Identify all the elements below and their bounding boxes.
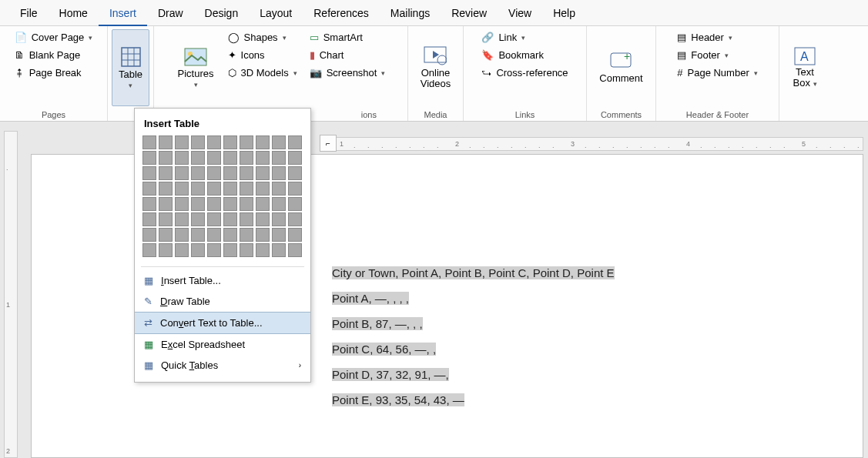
link-button[interactable]: 🔗Link▾ (477, 29, 572, 45)
table-grid-cell[interactable] (207, 197, 221, 211)
table-grid-cell[interactable] (223, 212, 237, 226)
table-grid-cell[interactable] (142, 182, 156, 196)
smartart-button[interactable]: ▭SmartArt (305, 29, 390, 45)
table-grid-cell[interactable] (191, 135, 205, 149)
table-grid-cell[interactable] (159, 228, 173, 242)
table-grid-cell[interactable] (175, 212, 189, 226)
tab-selector[interactable]: ⌐ (320, 135, 337, 152)
table-grid-cell[interactable] (175, 197, 189, 211)
tab-design[interactable]: Design (194, 0, 250, 26)
dd-item-table[interactable]: ▦Insert Table... (135, 270, 310, 291)
table-grid-cell[interactable] (272, 135, 286, 149)
tab-insert[interactable]: Insert (99, 0, 147, 26)
table-grid-cell[interactable] (175, 228, 189, 242)
table-grid-cell[interactable] (159, 243, 173, 257)
table-grid-cell[interactable] (207, 151, 221, 165)
header-button[interactable]: ▤Header▾ (672, 29, 762, 45)
table-grid-cell[interactable] (159, 212, 173, 226)
table-grid-cell[interactable] (240, 197, 253, 211)
table-grid-cell[interactable] (272, 228, 286, 242)
doc-line[interactable]: Point C, 64, 56, —, , (332, 343, 863, 356)
vertical-ruler[interactable]: · 1 2 (4, 131, 18, 458)
3d-models-button[interactable]: ⬡3D Models▾ (223, 65, 302, 81)
table-grid-cell[interactable] (191, 182, 205, 196)
table-grid-cell[interactable] (142, 197, 156, 211)
table-grid-cell[interactable] (207, 212, 221, 226)
table-grid-cell[interactable] (175, 151, 189, 165)
table-grid-cell[interactable] (142, 228, 156, 242)
table-grid-cell[interactable] (256, 228, 270, 242)
textbox-button[interactable]: A TextBox ▾ (786, 29, 823, 106)
table-grid-cell[interactable] (288, 182, 302, 196)
table-grid-cell[interactable] (272, 182, 286, 196)
tab-review[interactable]: Review (441, 0, 498, 26)
table-grid-cell[interactable] (240, 151, 253, 165)
table-grid-cell[interactable] (288, 228, 302, 242)
table-grid-cell[interactable] (240, 135, 253, 149)
dd-item-pencil[interactable]: ✎Draw Table (135, 291, 310, 312)
footer-button[interactable]: ▤Footer▾ (672, 47, 762, 63)
blank-page-button[interactable]: 🗎Blank Page (10, 47, 98, 63)
table-grid-cell[interactable] (223, 197, 237, 211)
table-grid-cell[interactable] (256, 151, 270, 165)
table-button[interactable]: Table ▾ (112, 29, 149, 106)
chart-button[interactable]: ▮Chart (305, 47, 390, 63)
table-grid-cell[interactable] (288, 212, 302, 226)
dd-item-convert[interactable]: ⇄Convert Text to Table... (135, 312, 310, 334)
table-grid-cell[interactable] (175, 135, 189, 149)
table-grid-cell[interactable] (223, 166, 237, 180)
table-grid-cell[interactable] (175, 166, 189, 180)
doc-line[interactable]: Point B, 87, —, , , (332, 317, 863, 330)
table-grid-cell[interactable] (142, 151, 156, 165)
table-grid-cell[interactable] (272, 243, 286, 257)
tab-references[interactable]: References (303, 0, 380, 26)
table-grid-cell[interactable] (159, 151, 173, 165)
table-grid-cell[interactable] (175, 243, 189, 257)
table-grid-cell[interactable] (223, 135, 237, 149)
table-grid-cell[interactable] (207, 182, 221, 196)
pagenum-button[interactable]: #Page Number▾ (672, 65, 762, 81)
doc-line[interactable]: Point E, 93, 35, 54, 43, — (332, 393, 863, 406)
tab-file[interactable]: File (9, 0, 49, 26)
table-grid-cell[interactable] (142, 166, 156, 180)
table-grid-cell[interactable] (191, 243, 205, 257)
tab-layout[interactable]: Layout (249, 0, 303, 26)
table-grid-cell[interactable] (191, 166, 205, 180)
doc-line[interactable]: Point A, —, , , , (332, 292, 863, 305)
table-grid-cell[interactable] (207, 135, 221, 149)
tab-view[interactable]: View (498, 0, 542, 26)
shapes-button[interactable]: ◯Shapes▾ (223, 29, 302, 45)
table-grid-cell[interactable] (159, 197, 173, 211)
table-grid-cell[interactable] (142, 135, 156, 149)
table-grid-cell[interactable] (256, 197, 270, 211)
tab-mailings[interactable]: Mailings (380, 0, 441, 26)
table-grid-cell[interactable] (240, 166, 253, 180)
table-grid-cell[interactable] (240, 182, 253, 196)
dd-item-quick[interactable]: ▦Quick Tables› (135, 355, 310, 376)
table-grid-cell[interactable] (223, 228, 237, 242)
cover-page-button[interactable]: 📄Cover Page▾ (10, 29, 98, 45)
table-grid-cell[interactable] (240, 212, 253, 226)
doc-line[interactable]: Point D, 37, 32, 91, —, (332, 368, 863, 381)
table-grid-cell[interactable] (256, 212, 270, 226)
horizontal-ruler[interactable]: 1·······2·······3·······4·······5······· (323, 137, 863, 151)
table-grid-cell[interactable] (256, 243, 270, 257)
comment-button[interactable]: + Comment (593, 29, 648, 106)
page-break-button[interactable]: ⭻Page Break (10, 65, 98, 81)
table-grid-cell[interactable] (223, 182, 237, 196)
tab-home[interactable]: Home (49, 0, 99, 26)
table-grid-cell[interactable] (207, 166, 221, 180)
pictures-button[interactable]: Pictures ▾ (172, 29, 220, 106)
table-grid-cell[interactable] (272, 151, 286, 165)
table-grid-cell[interactable] (288, 151, 302, 165)
table-grid-cell[interactable] (256, 182, 270, 196)
table-grid-cell[interactable] (191, 197, 205, 211)
table-grid-cell[interactable] (240, 243, 253, 257)
online-videos-button[interactable]: OnlineVideos (414, 29, 457, 106)
table-grid-cell[interactable] (142, 243, 156, 257)
table-grid-cell[interactable] (272, 197, 286, 211)
table-grid-cell[interactable] (159, 182, 173, 196)
dd-item-excel[interactable]: ▦Excel Spreadsheet (135, 334, 310, 355)
table-grid-cell[interactable] (159, 166, 173, 180)
table-grid-cell[interactable] (288, 243, 302, 257)
